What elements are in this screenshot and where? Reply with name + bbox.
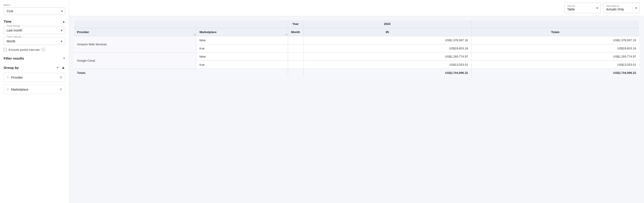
provider-cell-aws: Amazon Web Services bbox=[74, 36, 196, 52]
value-cell-gcloud-true-05: US$13,553.01 bbox=[303, 61, 471, 69]
drag-handle-icon: ⠿ bbox=[6, 76, 9, 79]
groupby-section-header: Group by + ▲ bbox=[4, 65, 65, 70]
time-interval-chevron-icon: ▾ bbox=[61, 40, 62, 43]
groupby-section: Group by + ▲ ⠿ Provider ✕ ⠿ Marketplace … bbox=[4, 65, 65, 94]
marketplace-cell-gcloud-false: false bbox=[196, 52, 288, 61]
view-as-select[interactable]: View As Table ▾ bbox=[564, 3, 600, 13]
marketplace-cell-gcloud-true: true bbox=[196, 61, 288, 69]
time-section: Time ▲ Time Range Last month ▾ Time Inte… bbox=[4, 20, 65, 52]
spacer-cell bbox=[288, 69, 303, 77]
groupby-add-icon[interactable]: + bbox=[57, 65, 59, 70]
sidebar: Metric Cost ▾ Time ▲ Time Range Last mon… bbox=[0, 0, 69, 203]
groupby-action-icons: + ▲ bbox=[57, 65, 65, 70]
time-section-chevron-icon: ▲ bbox=[62, 20, 65, 23]
totals-row-label: Totals bbox=[74, 69, 288, 77]
view-data-as-label: View data as bbox=[606, 5, 632, 8]
metric-field-group: Metric Cost ▾ bbox=[4, 4, 65, 15]
marketplace-cell-aws-false: false bbox=[196, 36, 288, 44]
resize-handle-marketplace[interactable] bbox=[286, 34, 287, 35]
totals-cell-gcloud-true: US$13,553.01 bbox=[471, 61, 640, 69]
groupby-item-label: Marketplace bbox=[11, 88, 28, 91]
resize-handle-provider[interactable] bbox=[194, 34, 195, 35]
filter-section-title: Filter results bbox=[4, 56, 24, 60]
view-as-label: View As bbox=[567, 5, 593, 8]
metric-value: Cost bbox=[6, 9, 13, 13]
time-section-title: Time bbox=[4, 20, 12, 23]
view-data-as-value: Actuals Only bbox=[606, 8, 632, 11]
totals-header-top bbox=[471, 20, 640, 28]
time-range-chevron-icon: ▾ bbox=[61, 28, 62, 32]
spacer-cell bbox=[288, 61, 303, 69]
totals-cell-aws-true: US$19,603.18 bbox=[471, 44, 640, 52]
totals-row-value-05: US$2,704,998.32 bbox=[303, 69, 471, 77]
data-table: Year 2023 Provider Marketplace Month 05 bbox=[74, 20, 640, 77]
totals-col-header: Totals bbox=[471, 28, 640, 36]
exclude-partial-checkbox[interactable] bbox=[4, 48, 7, 51]
value-cell-aws-false-05: US$1,378,067.16 bbox=[303, 36, 471, 44]
metric-chevron-icon: ▾ bbox=[61, 9, 63, 13]
month-header-label: Month bbox=[288, 28, 303, 36]
metric-label: Metric bbox=[4, 4, 65, 6]
table-container: Year 2023 Provider Marketplace Month 05 bbox=[69, 16, 644, 203]
year-value: 2023 bbox=[303, 20, 471, 28]
provider-cell-gcloud: Google Cloud bbox=[74, 52, 196, 69]
value-cell-aws-true-05: US$19,603.18 bbox=[303, 44, 471, 52]
groupby-item-remove-button[interactable]: ✕ bbox=[59, 75, 62, 80]
filter-add-icon[interactable]: + bbox=[63, 56, 65, 61]
time-interval-select[interactable]: Month ▾ bbox=[6, 38, 62, 43]
time-range-label: Time Range bbox=[6, 24, 21, 27]
table-header-month-row: Provider Marketplace Month 05 Totals bbox=[74, 28, 640, 36]
groupby-item-label: Provider bbox=[11, 76, 23, 79]
view-data-as-chevron-icon: ▾ bbox=[636, 6, 637, 10]
value-cell-gcloud-false-05: US$1,293,774.97 bbox=[303, 52, 471, 61]
provider-col-header: Provider bbox=[74, 28, 196, 36]
totals-row: Totals US$2,704,998.32 US$2,704,998.32 bbox=[74, 69, 640, 77]
exclude-partial-label: Exclude partial intervals bbox=[8, 48, 40, 52]
month-value: 05 bbox=[303, 28, 471, 36]
groupby-section-title: Group by bbox=[4, 66, 19, 70]
time-range-field: Time Range Last month ▾ bbox=[4, 26, 65, 34]
marketplace-col-header: Marketplace bbox=[196, 28, 288, 36]
time-interval-field: Time Interval Month ▾ bbox=[4, 37, 65, 45]
time-range-value: Last month bbox=[6, 28, 22, 32]
spacer-cell bbox=[288, 52, 303, 61]
totals-row-total: US$2,704,998.32 bbox=[471, 69, 640, 77]
time-section-header[interactable]: Time ▲ bbox=[4, 20, 65, 23]
filter-section-header: Filter results + bbox=[4, 56, 65, 61]
totals-cell-aws-false: US$1,378,067.16 bbox=[471, 36, 640, 44]
groupby-item-provider[interactable]: ⠿ Provider ✕ bbox=[4, 73, 65, 82]
view-as-value: Table bbox=[567, 8, 593, 11]
groupby-item-marketplace[interactable]: ⠿ Marketplace ✕ bbox=[4, 85, 65, 94]
metric-select[interactable]: Cost ▾ bbox=[4, 7, 65, 15]
table-row: Google Cloud false US$1,293,774.97 US$1,… bbox=[74, 52, 640, 61]
year-header: Year bbox=[288, 20, 303, 28]
toolbar: View As Table ▾ View data as Actuals Onl… bbox=[69, 0, 644, 16]
totals-cell-gcloud-false: US$1,293,774.97 bbox=[471, 52, 640, 61]
drag-handle-icon: ⠿ bbox=[6, 88, 9, 91]
groupby-collapse-icon[interactable]: ▲ bbox=[61, 65, 65, 70]
time-interval-value: Month bbox=[6, 40, 16, 43]
groupby-item-marketplace-remove-button[interactable]: ✕ bbox=[59, 87, 62, 92]
main-content: View As Table ▾ View data as Actuals Onl… bbox=[69, 0, 644, 203]
spacer-cell bbox=[288, 36, 303, 44]
table-header-year-row: Year 2023 bbox=[74, 20, 640, 28]
filter-section: Filter results + bbox=[4, 56, 65, 61]
view-data-as-select[interactable]: View data as Actuals Only ▾ bbox=[603, 3, 640, 13]
info-icon[interactable]: i bbox=[42, 48, 45, 52]
table-row: Amazon Web Services false US$1,378,067.1… bbox=[74, 36, 640, 44]
exclude-partial-row[interactable]: Exclude partial intervals i bbox=[4, 48, 65, 52]
view-as-chevron-icon: ▾ bbox=[596, 6, 598, 10]
time-interval-label: Time Interval bbox=[6, 35, 22, 38]
spacer-cell bbox=[288, 44, 303, 52]
filter-action-icons: + bbox=[63, 56, 65, 61]
time-range-select[interactable]: Last month ▾ bbox=[6, 27, 62, 32]
marketplace-cell-aws-true: true bbox=[196, 44, 288, 52]
